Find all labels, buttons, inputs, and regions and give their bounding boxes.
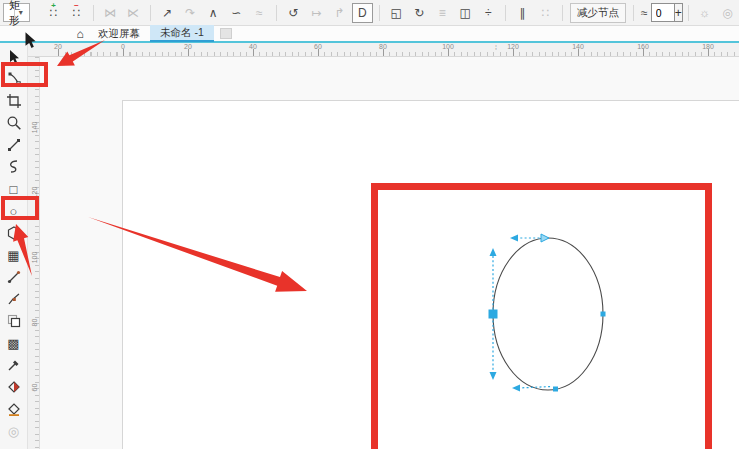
stretch-scale-nodes-button[interactable]: ◱ (386, 3, 407, 23)
select-all-nodes-icon: ∷ (541, 6, 549, 20)
extend-curve-to-close-icon: ↦ (311, 6, 321, 20)
separator (276, 5, 277, 21)
shadow-tool[interactable] (2, 310, 26, 332)
interactive-transparency-button[interactable]: ◎ (717, 3, 738, 23)
interactive-transparency-icon: ◎ (722, 6, 732, 20)
convert-to-curve-button[interactable]: ↷ (180, 3, 201, 23)
freehand-tool[interactable] (2, 134, 26, 156)
horizontal-ruler[interactable]: 20020406080100120140160180⁞ (40, 43, 739, 57)
preset-dropdown[interactable]: 矩形 ▾ (3, 3, 30, 22)
ruler-major-tick (513, 49, 514, 56)
rotate-skew-nodes-icon: ↻ (414, 6, 424, 20)
symmetrical-node-button[interactable]: ≈ (249, 3, 270, 23)
smooth-node-button[interactable]: ∽ (226, 3, 247, 23)
cusp-node-icon: ∧ (209, 6, 218, 20)
freehand-tool-icon (6, 137, 22, 153)
convert-to-line-button[interactable]: ↗ (157, 3, 178, 23)
elastic-mode-icon: ∥ (519, 6, 525, 20)
convert-to-line-icon: ↗ (162, 6, 172, 20)
fill-tool[interactable] (2, 398, 26, 420)
annotation-box-ellipse-tool (1, 196, 39, 220)
ruler-major-tick (318, 49, 319, 56)
reverse-direction-button[interactable]: ↺ (283, 3, 304, 23)
fill-tool-icon (6, 401, 22, 417)
join-nodes-button[interactable]: ⋈ (100, 3, 121, 23)
annotation-rect-canvas (371, 183, 712, 449)
spiral-tool[interactable] (2, 156, 26, 178)
curve-smoothness-input[interactable] (651, 3, 675, 22)
separator (379, 5, 380, 21)
ruler-label: 60 (31, 382, 38, 394)
trailing-buttons: ☼◎ (693, 3, 739, 23)
crop-tool[interactable] (2, 90, 26, 112)
chevron-down-icon: ▾ (14, 6, 27, 19)
artistic-media-tool-icon (6, 291, 22, 307)
rotate-skew-nodes-button[interactable]: ↻ (409, 3, 430, 23)
align-nodes-button[interactable]: ≡ (432, 3, 453, 23)
ruler-major-tick (188, 49, 189, 56)
delete-node-button[interactable]: ∷− (66, 3, 87, 23)
tab-untitled-label: 未命名 -1 (160, 26, 204, 40)
interactive-fill-tool-icon: ◎ (8, 424, 19, 439)
zoom-tool[interactable] (2, 112, 26, 134)
zoom-tool-icon (6, 115, 22, 131)
add-node-button[interactable]: ∷+ (43, 3, 64, 23)
cusp-node-button[interactable]: ∧ (203, 3, 224, 23)
annotation-arrow-to-ellipse-tool (6, 222, 38, 278)
rectangle-tool-icon: □ (10, 182, 18, 197)
artistic-media-tool[interactable] (2, 288, 26, 310)
annotation-arrow-to-canvas (85, 210, 315, 300)
ruler-center-marker: ⁞ (495, 44, 497, 51)
ruler-label: 140 (31, 122, 38, 134)
annotation-arrow-to-shape-tool (50, 36, 110, 76)
reflect-nodes-vertically-icon: ÷ (485, 6, 492, 20)
ruler-label: 80 (31, 317, 38, 329)
annotation-box-shape-tool (1, 62, 48, 87)
break-curve-icon: ⋉ (127, 6, 139, 20)
ruler-major-tick (643, 49, 644, 56)
symmetrical-node-icon: ≈ (256, 6, 263, 20)
align-nodes-icon: ≡ (439, 6, 446, 20)
convert-to-curve-icon: ↷ (185, 6, 195, 20)
separator (150, 5, 151, 21)
elastic-mode-button[interactable]: ∥ (512, 3, 533, 23)
property-bar: 矩形 ▾ ∷+∷−⋈⋉↗↷∧∽≈↺↦↱D◱↻≡◫÷∥∷ 减少节点 ≈ + ☼◎ (0, 0, 739, 26)
outline-pen-tool[interactable] (2, 376, 26, 398)
ruler-major-tick (123, 49, 124, 56)
ruler-major-tick (708, 49, 709, 56)
reflect-nodes-horizontally-button[interactable]: ◫ (455, 3, 476, 23)
document-tab-bar: ⌂ 欢迎屏幕 未命名 -1 (0, 26, 739, 43)
ruler-major-tick (383, 49, 384, 56)
new-tab-icon[interactable] (220, 28, 232, 39)
reflect-nodes-horizontally-icon: ◫ (460, 6, 471, 20)
crop-tool-icon (6, 93, 22, 109)
break-curve-button[interactable]: ⋉ (123, 3, 144, 23)
reduce-nodes-button[interactable]: 减少节点 (570, 3, 626, 23)
extract-subpath-icon: ↱ (334, 6, 344, 20)
extract-subpath-button[interactable]: ↱ (329, 3, 350, 23)
smoothness-plus-button[interactable]: + (675, 3, 683, 22)
tab-untitled-1[interactable]: 未命名 -1 (150, 25, 214, 42)
ruler-major-tick (253, 49, 254, 56)
ruler-major-tick (578, 49, 579, 56)
node-edit-buttons: ∷+∷−⋈⋉↗↷∧∽≈↺↦↱D◱↻≡◫÷∥∷ (42, 3, 568, 23)
select-all-nodes-button[interactable]: ∷ (535, 3, 556, 23)
delete-node-badge-icon: − (74, 2, 79, 10)
interactive-fill-tool[interactable]: ◎ (2, 420, 26, 442)
eyedropper-tool[interactable] (2, 354, 26, 376)
reflect-nodes-vertically-button[interactable]: ÷ (478, 3, 499, 23)
separator (562, 5, 563, 21)
join-nodes-icon: ⋈ (104, 6, 116, 20)
pattern-fill-tool[interactable]: ▩ (2, 332, 26, 354)
mouse-cursor-icon (21, 30, 39, 50)
ruler-major-tick (448, 49, 449, 56)
outline-pen-tool-icon (6, 379, 22, 395)
close-curve-button[interactable]: D (352, 3, 373, 23)
reverse-direction-icon: ↺ (288, 6, 298, 20)
curve-smoothness-apply-button[interactable]: ☼ (694, 3, 715, 23)
separator (93, 5, 94, 21)
eyedropper-tool-icon (6, 357, 22, 373)
add-node-badge-icon: + (51, 2, 56, 10)
extend-curve-to-close-button[interactable]: ↦ (306, 3, 327, 23)
smooth-node-icon: ∽ (231, 6, 241, 20)
